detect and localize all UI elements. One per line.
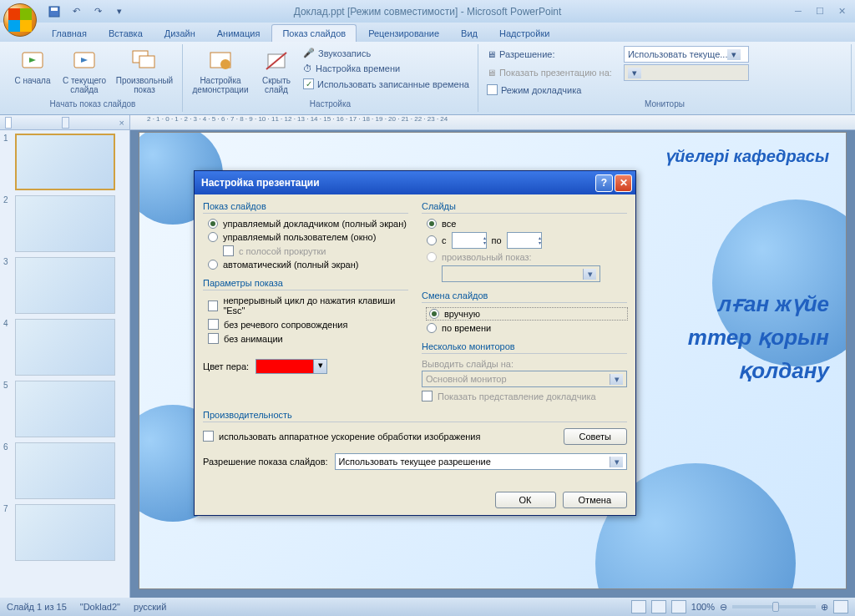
pen-color-label: Цвет пера: [203,361,249,371]
window-title: Доклад.ppt [Режим совместимости] - Micro… [294,6,562,18]
normal-view-button[interactable] [631,600,646,613]
theme-name: "Doklad2" [80,602,120,612]
radio-timed[interactable]: по времени [427,323,627,333]
minimize-button[interactable]: ─ [788,3,808,18]
zoom-out-button[interactable]: ⊖ [720,602,727,613]
thumbnail-slide[interactable]: 3 [3,257,126,314]
use-timings-checkbox[interactable]: ✓Использовать записанные времена [300,77,473,91]
ribbon-tabs: Главная Вставка Дизайн Анимация Показ сл… [0,23,855,42]
group-setup: Настройка демонстрации Скрыть слайд 🎤Зву… [183,44,478,112]
sorter-view-button[interactable] [651,600,666,613]
from-slide-input[interactable]: ▴▾ [452,232,487,249]
thumbnail-slide[interactable]: 1 [3,134,126,190]
slide-text-1: үйелері кафедрасы [665,146,829,166]
office-button[interactable] [3,3,37,37]
fit-button[interactable] [833,600,848,613]
thumbnail-slide[interactable]: 2 [3,195,126,252]
maximize-button[interactable]: ☐ [810,3,830,18]
zoom-slider[interactable] [732,605,816,608]
thumbnail-slide[interactable]: 5 [3,381,126,437]
monitor-icon: 🖥 [487,49,496,59]
hide-slide-button[interactable]: Скрыть слайд [256,46,296,99]
play-from-start-icon [19,48,46,74]
from-current-button[interactable]: С текущего слайда [60,46,109,99]
resolution-combo[interactable]: Использовать текуще...▾ [624,46,749,63]
slide-text-4: қолдану [738,358,829,384]
checkbox-no-animation[interactable]: без анимации [208,333,408,344]
slideshow-resolution-select[interactable]: Использовать текущее разрешение▾ [335,453,627,470]
tab-design[interactable]: Дизайн [154,25,205,42]
slide-text-2: лған жүйе [718,291,829,317]
from-beginning-button[interactable]: С начала [8,46,57,99]
dialog-titlebar[interactable]: Настройка презентации ? ✕ [195,171,635,194]
fieldset-show-options: Параметры показа непрерывный цикл до наж… [203,278,408,374]
radio-user-window[interactable]: управляемый пользователем (окно) [208,232,408,242]
thumbnail-slide[interactable]: 6 [3,442,126,499]
language-indicator[interactable]: русский [134,602,166,612]
monitor-select: Основной монитор▾ [422,371,627,387]
setup-slideshow-button[interactable]: Настройка демонстрации [188,46,253,99]
svg-rect-1 [51,8,58,11]
fieldset-monitors: Несколько мониторов Выводить слайды на: … [422,341,627,401]
slide-text-3: ттер қорын [688,325,829,351]
rehearse-timings-button[interactable]: ⏱Настройка времени [300,62,473,75]
checkbox-no-narration[interactable]: без речевого сопровождения [208,319,408,330]
thumbnail-panel: × 1234567 [0,115,130,598]
thumbnail-slide[interactable]: 7 [3,504,126,561]
tab-animation[interactable]: Анимация [207,25,271,42]
close-button[interactable]: ✕ [832,3,852,18]
tab-home[interactable]: Главная [42,25,97,42]
redo-icon[interactable]: ↷ [89,3,107,21]
resolution-label: 🖥Разрешение: [483,48,617,61]
record-narration-button[interactable]: 🎤Звукозапись [300,46,473,60]
radio-custom-show: произвольный показ: [427,252,627,262]
dialog-help-button[interactable]: ? [595,174,613,192]
radio-auto-fullscreen[interactable]: автоматический (полный экран) [208,260,408,270]
save-icon[interactable] [45,3,63,21]
outline-tab[interactable] [62,117,68,129]
checkbox-loop[interactable]: непрерывный цикл до нажатия клавиши "Esc… [208,295,408,316]
tab-slideshow[interactable]: Показ слайдов [271,24,357,42]
zoom-in-button[interactable]: ⊕ [821,602,828,613]
checkbox-hw-accel[interactable]: использовать аппаратное ускорение обрабо… [203,431,480,442]
fieldset-slides: Слайды все с ▴▾ по ▴▾ произвольный показ… [422,201,627,282]
horizontal-ruler: 2 · 1 · 0 · 1 · 2 · 3 · 4 · 5 · 6 · 7 · … [130,115,855,130]
undo-icon[interactable]: ↶ [67,3,85,21]
radio-presenter-fullscreen[interactable]: управляемый докладчиком (полный экран) [208,219,408,229]
thumbnail-tabs: × [0,115,129,130]
svg-rect-7 [139,56,154,68]
dialog-close-button[interactable]: ✕ [615,174,632,192]
group-start-slideshow: С начала С текущего слайда Произвольный … [3,44,183,112]
tab-insert[interactable]: Вставка [99,25,153,42]
presenter-view-checkbox[interactable]: Режим докладчика [483,83,846,97]
zoom-level[interactable]: 100% [691,602,715,612]
ok-button[interactable]: ОК [495,492,556,508]
pen-color-combo[interactable]: ▾ [255,359,327,374]
status-bar: Слайд 1 из 15 "Doklad2" русский 100% ⊖ ⊕ [0,598,855,616]
slideshow-view-button[interactable] [671,600,686,613]
fieldset-advance: Смена слайдов вручную по времени [422,290,627,333]
cancel-button[interactable]: Отмена [563,492,627,508]
play-from-current-icon [71,48,98,74]
tab-addins[interactable]: Надстройки [489,25,559,42]
tips-button[interactable]: Советы [564,428,627,445]
tab-review[interactable]: Рецензирование [358,25,449,42]
checkbox-scrollbar: с полосой прокрутки [223,245,408,256]
radio-slide-range[interactable]: с ▴▾ по ▴▾ [427,232,627,249]
clock-icon: ⏱ [303,63,312,73]
radio-manual[interactable]: вручную [427,308,627,320]
display-on-label: Выводить слайды на: [422,359,627,369]
tab-view[interactable]: Вид [451,25,488,42]
custom-slideshow-button[interactable]: Произвольный показ [112,46,177,99]
slides-tab[interactable] [5,117,12,129]
thumbnail-slide[interactable]: 4 [3,319,126,376]
to-slide-input[interactable]: ▴▾ [507,232,542,249]
slide-counter: Слайд 1 из 15 [7,602,67,612]
hide-slide-icon [263,48,290,74]
show-on-combo: ▾ [624,64,749,81]
ribbon: С начала С текущего слайда Произвольный … [0,42,855,115]
qat-dropdown-icon[interactable]: ▾ [110,3,129,21]
close-panel-icon[interactable]: × [119,118,124,128]
radio-all-slides[interactable]: все [427,219,627,229]
mic-icon: 🎤 [303,48,315,58]
